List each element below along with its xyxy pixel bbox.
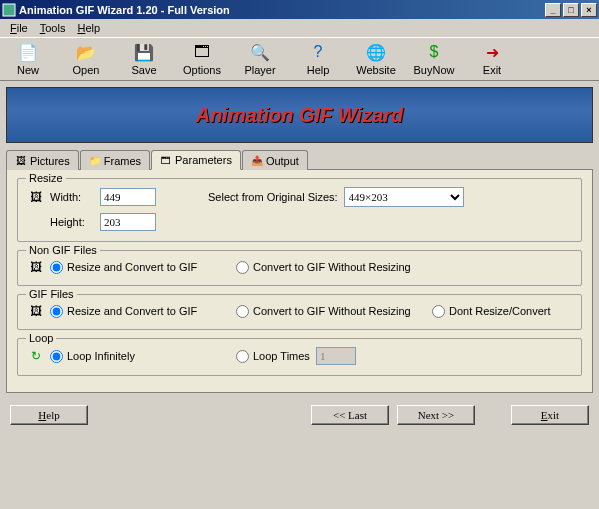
save-button[interactable]: 💾Save [124,42,164,76]
loop-group: Loop ↻ Loop Infinitely Loop Times [17,338,582,376]
width-input[interactable] [100,188,156,206]
loop-times-input [316,347,356,365]
exit-icon: ➜ [482,42,502,62]
tab-frames[interactable]: 📁Frames [80,150,150,170]
close-button[interactable]: × [581,3,597,17]
gif-legend: GIF Files [26,288,77,300]
nongif-opt1[interactable]: Resize and Convert to GIF [50,261,230,274]
loop-opt2[interactable]: Loop Times [236,350,310,363]
gif-opt3[interactable]: Dont Resize/Convert [432,305,551,318]
resize-icon: 🖼 [28,189,44,205]
loop-legend: Loop [26,332,56,344]
nongif-icon: 🖼 [28,259,44,275]
website-button[interactable]: 🌐Website [356,42,396,76]
output-icon: 📤 [251,155,263,167]
buynow-icon: $ [424,42,444,62]
nongif-group: Non GIF Files 🖼 Resize and Convert to GI… [17,250,582,286]
nongif-legend: Non GIF Files [26,244,100,256]
banner-text: Animation GIF Wizard [196,104,404,127]
size-select[interactable]: 449×203 [344,187,464,207]
gif-icon: 🖼 [28,303,44,319]
banner: Animation GIF Wizard [6,87,593,143]
help-button[interactable]: ?Help [298,42,338,76]
app-icon [2,3,16,17]
gif-group: GIF Files 🖼 Resize and Convert to GIF Co… [17,294,582,330]
save-icon: 💾 [134,42,154,62]
resize-legend: Resize [26,172,66,184]
last-button[interactable]: << Last [311,405,389,425]
menu-file[interactable]: File [4,21,34,35]
resize-group: Resize 🖼 Width: Select from Original Siz… [17,178,582,242]
exit-button[interactable]: ➜Exit [472,42,512,76]
tabstrip: 🖼Pictures 📁Frames 🗔Parameters 📤Output [6,149,593,170]
footer-help-button[interactable]: Help [10,405,88,425]
footer: Help << Last Next >> Exit [0,399,599,431]
loop-icon: ↻ [28,348,44,364]
player-button[interactable]: 🔍Player [240,42,280,76]
loop-opt1[interactable]: Loop Infinitely [50,350,230,363]
buynow-button[interactable]: $BuyNow [414,42,454,76]
tab-pictures[interactable]: 🖼Pictures [6,150,79,170]
maximize-button[interactable]: □ [563,3,579,17]
new-button[interactable]: 📄New [8,42,48,76]
player-icon: 🔍 [250,42,270,62]
options-icon: 🗔 [192,42,212,62]
svg-rect-0 [3,4,15,16]
titlebar: Animation GIF Wizard 1.20 - Full Version… [0,0,599,19]
nongif-opt2[interactable]: Convert to GIF Without Resizing [236,261,411,274]
select-size-label: Select from Original Sizes: [208,191,338,203]
website-icon: 🌐 [366,42,386,62]
help-icon: ? [308,42,328,62]
parameters-icon: 🗔 [160,154,172,166]
menu-tools[interactable]: Tools [34,21,72,35]
window-title: Animation GIF Wizard 1.20 - Full Version [19,4,543,16]
gif-opt2[interactable]: Convert to GIF Without Resizing [236,305,426,318]
width-label: Width: [50,191,94,203]
pictures-icon: 🖼 [15,155,27,167]
height-input[interactable] [100,213,156,231]
tab-output[interactable]: 📤Output [242,150,308,170]
gif-opt1[interactable]: Resize and Convert to GIF [50,305,230,318]
frames-icon: 📁 [89,155,101,167]
minimize-button[interactable]: _ [545,3,561,17]
height-label: Height: [50,216,94,228]
menu-help[interactable]: Help [71,21,106,35]
footer-exit-button[interactable]: Exit [511,405,589,425]
menubar: File Tools Help [0,19,599,37]
open-icon: 📂 [76,42,96,62]
next-button[interactable]: Next >> [397,405,475,425]
toolbar: 📄New 📂Open 💾Save 🗔Options 🔍Player ?Help … [0,37,599,81]
options-button[interactable]: 🗔Options [182,42,222,76]
new-icon: 📄 [18,42,38,62]
tab-parameters[interactable]: 🗔Parameters [151,150,241,170]
content-panel: Resize 🖼 Width: Select from Original Siz… [6,170,593,393]
open-button[interactable]: 📂Open [66,42,106,76]
